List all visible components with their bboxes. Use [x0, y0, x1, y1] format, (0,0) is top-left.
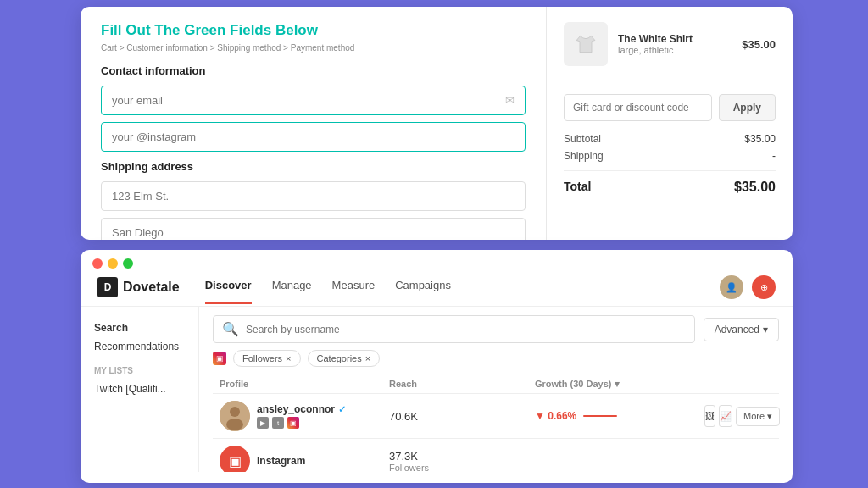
shipping-value: - — [772, 150, 776, 162]
insta-avatar: ▣ — [220, 446, 250, 472]
minimize-dot[interactable] — [108, 258, 118, 269]
svg-point-2 — [226, 419, 243, 430]
sidebar: Search Recommendations MY LISTS Twitch [… — [81, 307, 199, 472]
sidebar-item-search[interactable]: Search — [94, 319, 185, 337]
search-box: 🔍 — [213, 315, 695, 343]
growth-header[interactable]: Growth (30 Days) ▾ — [535, 379, 704, 390]
table-header: Profile Reach Growth (30 Days) ▾ — [213, 375, 779, 394]
maximize-dot[interactable] — [123, 258, 133, 269]
subtotal-value: $35.00 — [744, 133, 776, 145]
instagram-icon: ▣ — [287, 417, 299, 429]
checkout-left: Fill Out The Green Fields Below Cart > C… — [81, 7, 547, 240]
categories-filter-close-icon[interactable]: × — [365, 353, 370, 363]
sidebar-item-list[interactable]: Twitch [Qualifi... — [94, 380, 185, 398]
content-area: Search Recommendations MY LISTS Twitch [… — [81, 307, 793, 472]
instagram-cell: ▣ Instagram — [220, 446, 389, 472]
table-row: ansley_oconnor ✓ ▶ t ▣ 70.6K ▼ 0.66% — [213, 394, 779, 439]
email-field-wrapper[interactable]: ✉ — [101, 86, 526, 115]
instagram-filter-icon: ▣ — [213, 352, 226, 365]
reach-cell-2: 37.3K Followers — [389, 450, 535, 473]
email-input[interactable] — [112, 94, 505, 107]
product-row: The White Shirt large, athletic $35.00 — [564, 22, 776, 80]
nav-measure[interactable]: Measure — [332, 279, 376, 297]
reach-label-2: Followers — [389, 463, 535, 473]
advanced-label: Advanced — [715, 324, 760, 336]
search-icon: 🔍 — [222, 321, 239, 337]
reach-cell-1: 70.6K — [389, 410, 535, 423]
more-button-1[interactable]: More ▾ — [736, 407, 780, 426]
city-input[interactable] — [101, 218, 526, 240]
dovetale-logo: D Dovetale — [97, 277, 180, 297]
total-row: Total $35.00 — [564, 170, 776, 195]
nav-bar: D Dovetale Discover Manage Measure Campa… — [81, 269, 793, 307]
nav-discover[interactable]: Discover — [205, 279, 252, 297]
chevron-down-icon: ▾ — [763, 324, 768, 336]
youtube-icon: ▶ — [257, 417, 269, 429]
social-icons-1: ▶ t ▣ — [257, 417, 346, 429]
profile-username-1: ansley_oconnor ✓ — [257, 403, 346, 415]
discount-input[interactable] — [564, 94, 712, 121]
email-icon: ✉ — [505, 94, 515, 107]
instagram-username: Instagram — [257, 455, 305, 467]
profile-header: Profile — [220, 379, 389, 390]
checkout-panel: Fill Out The Green Fields Below Cart > C… — [81, 7, 793, 240]
reach-value-2: 37.3K — [389, 450, 535, 463]
growth-value-1: ▼ 0.66% — [535, 410, 576, 422]
actions-header — [704, 379, 772, 390]
product-price: $35.00 — [742, 38, 776, 51]
close-dot[interactable] — [92, 258, 103, 269]
avatar-1 — [220, 401, 250, 431]
search-row: 🔍 Advanced ▾ — [213, 315, 779, 343]
window-controls — [81, 250, 793, 269]
profile-info-1: ansley_oconnor ✓ ▶ t ▣ — [257, 403, 346, 429]
nav-campaigns[interactable]: Campaigns — [395, 279, 451, 297]
followers-filter-close-icon[interactable]: × — [286, 353, 291, 363]
apply-button[interactable]: Apply — [719, 94, 776, 121]
dovetale-panel: D Dovetale Discover Manage Measure Campa… — [81, 250, 793, 483]
filter-row: ▣ Followers × Categories × — [213, 350, 779, 367]
nav-items: Discover Manage Measure Campaigns — [205, 279, 720, 297]
growth-header-label: Growth (30 Days) — [535, 379, 611, 389]
followers-filter-chip[interactable]: Followers × — [233, 350, 301, 367]
main-content: 🔍 Advanced ▾ ▣ Followers × Categories × — [199, 307, 793, 472]
logo-text: Dovetale — [123, 280, 180, 295]
product-variant: large, athletic — [618, 45, 742, 55]
sidebar-item-recommendations[interactable]: Recommendations — [94, 337, 185, 356]
growth-line-1 — [583, 415, 617, 417]
product-image — [564, 22, 608, 66]
shipping-row: Shipping - — [564, 150, 776, 162]
more-chevron-icon: ▾ — [767, 411, 772, 422]
instagram-field-wrapper[interactable] — [101, 122, 526, 152]
contact-section-label: Contact information — [101, 64, 526, 77]
profile-cell-1: ansley_oconnor ✓ ▶ t ▣ — [220, 401, 389, 431]
help-icon[interactable]: ⊕ — [752, 275, 776, 299]
subtotal-label: Subtotal — [564, 133, 601, 145]
svg-point-1 — [230, 407, 240, 417]
verified-badge-1: ✓ — [338, 404, 346, 415]
shipping-label: Shipping — [564, 150, 604, 162]
total-label: Total — [564, 180, 591, 195]
sort-icon: ▾ — [615, 379, 620, 389]
address-input[interactable] — [101, 181, 526, 211]
instagram-profile-info: Instagram — [257, 455, 305, 467]
reach-header: Reach — [389, 379, 535, 390]
chart-icon-btn[interactable]: 📈 — [719, 405, 732, 427]
shipping-section-label: Shipping address — [101, 160, 526, 173]
search-input[interactable] — [246, 324, 686, 336]
table-row-2: ▣ Instagram 37.3K Followers — [213, 439, 779, 472]
subtotal-row: Subtotal $35.00 — [564, 133, 776, 145]
sidebar-my-lists-label: MY LISTS — [94, 366, 185, 375]
advanced-button[interactable]: Advanced ▾ — [704, 318, 779, 341]
nav-right: 👤 ⊕ — [720, 275, 776, 299]
image-icon-btn[interactable]: 🖼 — [704, 405, 715, 427]
breadcrumb: Cart > Customer information > Shipping m… — [101, 43, 526, 53]
avatar[interactable]: 👤 — [720, 275, 743, 299]
instagram-input[interactable] — [112, 130, 515, 143]
logo-icon: D — [97, 277, 118, 297]
checkout-title: Fill Out The Green Fields Below — [101, 22, 526, 39]
followers-filter-label: Followers — [242, 353, 282, 363]
checkout-right: The White Shirt large, athletic $35.00 A… — [547, 7, 793, 240]
product-name: The White Shirt — [618, 33, 742, 45]
nav-manage[interactable]: Manage — [272, 279, 312, 297]
categories-filter-chip[interactable]: Categories × — [308, 350, 381, 367]
